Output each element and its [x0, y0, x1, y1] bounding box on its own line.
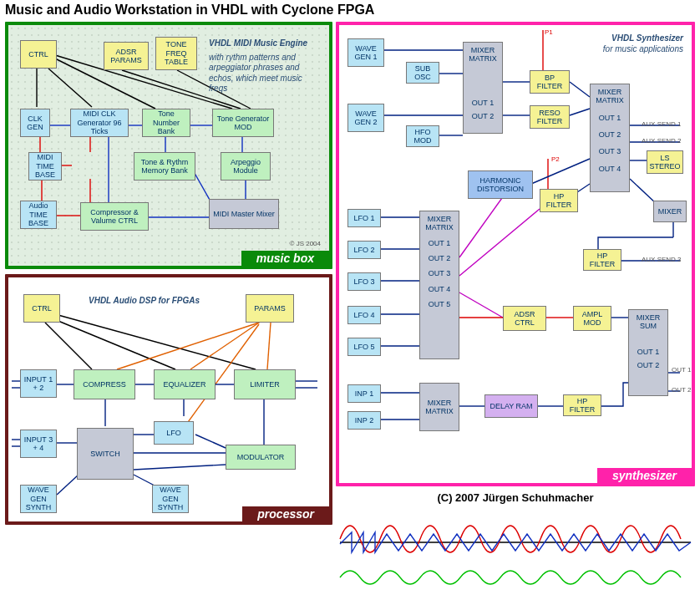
svg-line-70 — [459, 192, 506, 257]
lfo4: LFO 4 — [347, 306, 381, 324]
input12: INPUT 1 + 2 — [20, 369, 57, 398]
processor-panel: CTRL VHDL Audio DSP for FPGAs PARAMS INP… — [5, 274, 332, 525]
music-box-badge: music box — [241, 251, 329, 266]
hp-filter-3: HP FILTER — [563, 394, 601, 416]
modulator: MODULATOR — [226, 445, 296, 470]
svg-line-24 — [117, 323, 259, 369]
arpeggio: Arpeggio Module — [221, 152, 271, 181]
sub-osc: SUB OSC — [406, 62, 439, 84]
wave-gen-2: WAVE GEN 2 — [347, 104, 384, 132]
svg-line-21 — [45, 323, 92, 369]
svg-line-40 — [195, 435, 226, 448]
hfo-mod: HFO MOD — [406, 125, 439, 147]
equalizer: EQUALIZER — [154, 369, 216, 399]
tone-table-block: TONE FREQ TABLE — [155, 37, 197, 70]
proc-ctrl: CTRL — [23, 294, 60, 323]
p2-label: P2 — [551, 155, 560, 163]
synth-desc: VHDL Synthesizer for music applications — [583, 33, 683, 54]
tone-num-bank: Tone Number Bank — [142, 109, 190, 137]
svg-line-22 — [50, 318, 175, 369]
out2: OUT 2 — [672, 386, 691, 394]
svg-line-72 — [459, 292, 503, 318]
p1-label: P1 — [545, 28, 553, 36]
aux1: AUX SEND 1 — [642, 120, 682, 128]
aux2: AUX SEND 2 — [642, 137, 682, 145]
svg-line-1 — [48, 69, 92, 107]
aux3: AUX SEND 3 — [642, 256, 682, 263]
ampl-mod: AMPL MOD — [573, 306, 611, 331]
input34: INPUT 3 + 4 — [20, 430, 57, 458]
mixer-sum: MIXERSUMOUT 1OUT 2 — [628, 309, 668, 396]
delay-ram: DELAY RAM — [484, 394, 538, 418]
svg-line-25 — [190, 319, 264, 369]
processor-badge: processor — [242, 506, 329, 521]
svg-line-26 — [267, 323, 271, 369]
copyright: (C) 2007 Jürgen Schuhmacher — [336, 490, 695, 506]
compressor: Compressor & Valume CTRL — [80, 202, 149, 231]
clk-gen: CLK GEN — [20, 109, 50, 137]
tone-gen-mod: Tone Generator MOD — [212, 109, 274, 137]
hp-filter-1: HP FILTER — [540, 189, 578, 212]
limiter: LIMITER — [234, 369, 296, 399]
waveform-graphic — [336, 509, 695, 592]
tone-rythm-mem: Tone & Rythm Memory Bank — [134, 152, 195, 181]
ctrl-block: CTRL — [20, 40, 57, 69]
lfo1: LFO 1 — [347, 209, 381, 227]
synth-panel: VHDL Synthesizer for music applications … — [336, 22, 695, 486]
svg-line-23 — [55, 314, 256, 369]
switch: SWITCH — [77, 428, 134, 480]
mixer-matrix-1: MIXERMATRIXOUT 1OUT 2 — [463, 42, 503, 134]
wave-gen-1: WAVE GEN 1 — [347, 38, 384, 67]
mixer-matrix-2: MIXERMATRIXOUT 1OUT 2OUT 3OUT 4 — [590, 84, 630, 192]
inp2: INP 2 — [347, 411, 381, 430]
audio-time-base: Audio TIME BASE — [20, 201, 57, 229]
svg-line-41 — [134, 465, 226, 470]
music-footer: © JS 2004 — [290, 240, 321, 247]
synth-badge: synthesizer — [597, 468, 692, 483]
reso-filter: RESO FILTER — [530, 105, 570, 129]
proc-desc: VHDL Audio DSP for FPGAs — [89, 296, 222, 307]
hp-filter-2: HP FILTER — [583, 249, 621, 271]
proc-params: PARAMS — [246, 294, 294, 323]
midi-mixer: MIDI Master Mixer — [209, 199, 279, 229]
mixer-matrix-3: MIXERMATRIXOUT 1OUT 2OUT 3OUT 4OUT 5 — [419, 211, 459, 359]
midi-time-base: MIDI TIME BASE — [28, 152, 62, 181]
svg-line-54 — [570, 109, 590, 115]
music-box-panel: CTRL ADSR PARAMS TONE FREQ TABLE VHDL MI… — [5, 22, 332, 269]
music-desc: VHDL MIDI Music Engine with rythm patter… — [209, 38, 317, 94]
out1: OUT 1 — [672, 366, 691, 374]
compress: COMPRESS — [74, 369, 135, 399]
wgs2: WAVE GEN SYNTH — [152, 485, 189, 513]
wgs1: WAVE GEN SYNTH — [20, 485, 57, 513]
svg-line-53 — [570, 82, 590, 97]
svg-line-71 — [459, 209, 540, 276]
lfo5: LFO 5 — [347, 338, 381, 356]
mixer-matrix-4: MIXERMATRIX — [419, 383, 459, 431]
harmonic-dist: HARMONIC DISTORSION — [468, 170, 533, 199]
svg-line-45 — [57, 475, 79, 495]
lfo: LFO — [154, 421, 194, 445]
lfo2: LFO 2 — [347, 241, 381, 259]
inp1: INP 1 — [347, 384, 381, 403]
bp-filter: BP FILTER — [530, 70, 570, 94]
mixer-right: MIXER — [653, 201, 687, 222]
lfo3: LFO 3 — [347, 272, 381, 291]
svg-line-61 — [531, 159, 590, 184]
ls-stereo: LS STEREO — [647, 150, 683, 174]
adsr-block: ADSR PARAMS — [104, 42, 149, 70]
adsr-ctrl: ADSR CTRL — [503, 306, 546, 331]
page-title: Music and Audio Workstation in VHDL with… — [0, 0, 700, 20]
midi-clk-gen: MIDI CLK Generator 96 Ticks — [70, 109, 129, 137]
